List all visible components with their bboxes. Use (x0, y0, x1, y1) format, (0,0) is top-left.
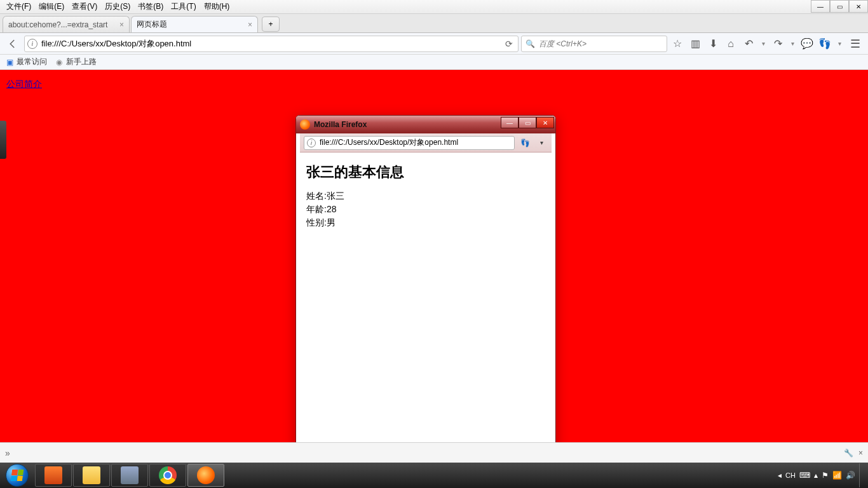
tab-close-icon[interactable]: × (248, 20, 252, 29)
menu-view[interactable]: 查看(V) (68, 0, 101, 13)
back-button[interactable] (4, 35, 22, 53)
popup-inner: i 👣 ▾ 张三的基本信息 姓名:张三 年龄:28 性别:男 (300, 133, 552, 454)
task-app-1[interactable] (35, 464, 72, 487)
show-desktop-button[interactable] (859, 463, 864, 487)
minimize-button[interactable]: — (811, 0, 830, 13)
globe-icon: ◉ (55, 58, 64, 67)
hamburger-menu-icon[interactable]: ☰ (846, 35, 864, 53)
taskbar: ◂ CH ⌨ ▴ ⚑ 📶 🔊 (0, 463, 868, 488)
wrench-icon[interactable]: 🔧 (844, 449, 853, 458)
bookmark-label: 最常访问 (17, 57, 47, 67)
statusbar-left: » (5, 448, 10, 458)
system-tray: ◂ CH ⌨ ▴ ⚑ 📶 🔊 (778, 463, 868, 488)
redo-icon[interactable]: ↷ (770, 36, 785, 51)
popup-maximize-button[interactable]: ▭ (519, 117, 536, 128)
bookmark-most-visited[interactable]: ▣ 最常访问 (5, 57, 47, 67)
tray-flag-icon[interactable]: ⚑ (822, 471, 829, 480)
dropdown-icon[interactable]: ▾ (788, 36, 797, 51)
popup-heading: 张三的基本信息 (306, 163, 545, 182)
tray-up-icon[interactable]: ▴ (814, 471, 818, 480)
popup-close-button[interactable]: ✕ (536, 117, 554, 128)
popup-window-controls: — ▭ ✕ (501, 117, 554, 128)
popup-urlrow: i 👣 ▾ (300, 133, 552, 152)
url-bar[interactable]: i ⟳ (24, 36, 519, 52)
popup-titlebar[interactable]: Mozilla Firefox — ▭ ✕ (296, 116, 555, 133)
site-info-icon[interactable]: i (27, 39, 37, 49)
bookmarks-toolbar: ▣ 最常访问 ◉ 新手上路 (0, 55, 868, 70)
firefox-icon (300, 119, 310, 130)
popup-content: 张三的基本信息 姓名:张三 年龄:28 性别:男 (300, 152, 552, 240)
tab-label: about:cehome?...=extra_start (8, 20, 107, 29)
tab-close-icon[interactable]: × (119, 20, 124, 29)
site-info-icon[interactable]: i (307, 139, 316, 147)
url-input[interactable] (40, 37, 500, 51)
maximize-button[interactable]: ▭ (830, 0, 849, 13)
bookmark-label: 新手上路 (66, 57, 97, 67)
close-status-icon[interactable]: × (858, 449, 863, 458)
main-menubar: 文件(F) 编辑(E) 查看(V) 历史(S) 书签(B) 工具(T) 帮助(H… (0, 0, 868, 14)
menu-file[interactable]: 文件(F) (3, 0, 35, 13)
dropdown-icon[interactable]: ▾ (535, 137, 548, 149)
downloads-icon[interactable]: ⬇ (705, 36, 721, 51)
task-app-3[interactable] (111, 464, 148, 487)
start-button[interactable] (0, 463, 34, 488)
tray-lang[interactable]: CH (785, 471, 796, 479)
info-name: 姓名:张三 (306, 191, 545, 202)
company-intro-link[interactable]: 公司简介 (0, 70, 48, 99)
popup-window: Mozilla Firefox — ▭ ✕ i 👣 ▾ 张三的基本信息 姓名:张… (295, 115, 556, 458)
tray-expand-icon[interactable]: ◂ (778, 471, 782, 480)
tray-network-icon[interactable]: 📶 (832, 471, 842, 480)
main-window-controls: — ▭ ✕ (811, 0, 868, 13)
search-icon: 🔍 (526, 39, 535, 48)
windows-logo-icon (6, 464, 29, 487)
side-handle[interactable] (0, 121, 6, 159)
task-explorer[interactable] (73, 464, 110, 487)
back-arrow-icon (7, 38, 18, 50)
reload-icon[interactable]: ⟳ (503, 39, 515, 49)
menu-history[interactable]: 历史(S) (101, 0, 134, 13)
bookmark-star-icon[interactable]: ☆ (670, 36, 685, 51)
new-tab-button[interactable]: + (262, 17, 280, 32)
info-age: 年龄:28 (306, 204, 545, 215)
chat-icon[interactable]: 💬 (799, 36, 815, 51)
tab-label: 网页标题 (137, 19, 167, 30)
tray-keyboard-icon[interactable]: ⌨ (799, 471, 810, 480)
popup-url-bar[interactable]: i (304, 136, 515, 150)
menu-tools[interactable]: 工具(T) (167, 0, 200, 13)
task-firefox[interactable] (187, 464, 224, 487)
status-bar: » 🔧 × (0, 442, 868, 463)
search-bar[interactable]: 🔍 (521, 36, 667, 52)
menu-help[interactable]: 帮助(H) (200, 0, 234, 13)
library-icon[interactable]: ▥ (688, 36, 703, 51)
dropdown-icon[interactable]: ▾ (835, 36, 844, 51)
dropdown-icon[interactable]: ▾ (759, 36, 768, 51)
task-chrome[interactable] (149, 464, 186, 487)
home-icon[interactable]: ⌂ (723, 36, 738, 51)
tab-strip: about:cehome?...=extra_start × 网页标题 × + (0, 14, 868, 33)
popup-url-input[interactable] (318, 138, 512, 148)
info-gender: 性别:男 (306, 217, 545, 229)
undo-icon[interactable]: ↶ (741, 36, 756, 51)
popup-footprint-icon[interactable]: 👣 (519, 137, 531, 149)
nav-toolbar: i ⟳ 🔍 ☆ ▥ ⬇ ⌂ ↶ ▾ ↷ ▾ 💬 👣 ▾ ☰ (0, 33, 868, 55)
popup-title: Mozilla Firefox (314, 120, 367, 129)
tab-0[interactable]: about:cehome?...=extra_start × (3, 16, 130, 32)
menu-edit[interactable]: 编辑(E) (35, 0, 68, 13)
close-button[interactable]: ✕ (849, 0, 868, 13)
tab-1[interactable]: 网页标题 × (131, 16, 258, 32)
tray-volume-icon[interactable]: 🔊 (846, 471, 855, 480)
menu-bookmarks[interactable]: 书签(B) (134, 0, 167, 13)
search-input[interactable] (538, 39, 663, 49)
bookmark-getting-started[interactable]: ◉ 新手上路 (55, 57, 97, 67)
statusbar-right: 🔧 × (844, 449, 863, 458)
folder-icon: ▣ (5, 58, 14, 67)
footprint-icon[interactable]: 👣 (817, 36, 832, 51)
popup-minimize-button[interactable]: — (501, 117, 519, 128)
